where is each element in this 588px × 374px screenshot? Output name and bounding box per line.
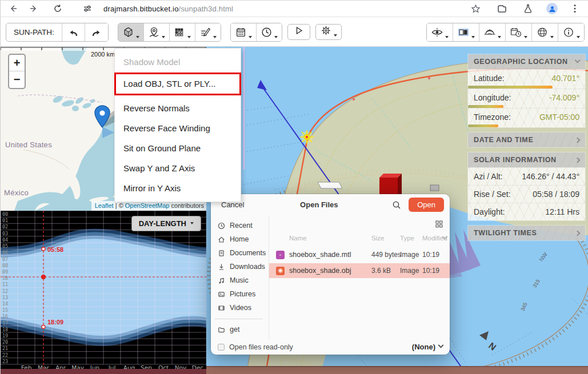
svg-text:14: 14 (2, 301, 8, 307)
search-icon[interactable] (389, 200, 404, 210)
latitude-label: Latitude: (474, 74, 505, 83)
view-button[interactable] (427, 23, 453, 41)
open-button[interactable]: Open (409, 198, 444, 212)
date-time-button[interactable] (506, 23, 532, 41)
forward-icon[interactable] (26, 2, 42, 15)
osm-link[interactable]: OpenStreetMap (125, 202, 170, 209)
labs-flask-icon[interactable] (520, 2, 536, 15)
map-scale-label: 2000 km (91, 51, 115, 58)
globe-button[interactable] (532, 23, 558, 41)
menu-item-load-obj[interactable]: Load OBJ, STL or PLY... (115, 73, 241, 95)
sidebar-label: Documents (230, 249, 266, 257)
zoom-in-button[interactable]: + (9, 55, 25, 71)
svg-text:08: 08 (2, 263, 8, 268)
info-button[interactable] (558, 23, 584, 41)
sidebar-item-pictures[interactable]: Pictures (211, 287, 269, 301)
sidebar-label: Music (230, 276, 249, 284)
sidebar-label: Videos (230, 304, 251, 312)
sidebar-item-get[interactable]: get (211, 323, 269, 336)
grid-options-button[interactable] (170, 23, 195, 41)
dropdown-caret-icon (213, 36, 217, 38)
browser-menu-icon[interactable] (567, 2, 583, 15)
column-size[interactable]: Size (371, 235, 384, 242)
clock-button[interactable] (257, 23, 282, 41)
ground-edge (206, 367, 588, 374)
panel-title: SOLAR INFORMATION (474, 156, 557, 164)
sidebar-item-downloads[interactable]: Downloads (211, 260, 269, 274)
selected-time-dot[interactable] (41, 275, 46, 279)
chevron-right-icon (575, 137, 581, 143)
geographic-location-header[interactable]: GEOGRAPHIC LOCATION (468, 54, 585, 69)
white-box-model (318, 182, 342, 188)
read-only-checkbox[interactable] (218, 344, 225, 351)
undo-button[interactable] (62, 23, 85, 41)
menu-item-mirror-y-axis[interactable]: Mirror in Y Axis (115, 178, 241, 198)
annotate-button[interactable] (195, 23, 221, 41)
svg-text:15: 15 (2, 307, 8, 313)
chevron-down-icon (575, 57, 581, 63)
geographic-location-panel: GEOGRAPHIC LOCATION Latitude: 40.701° Lo… (468, 54, 585, 127)
menu-item-reverse-face-winding[interactable]: Reverse Face Winding (115, 118, 241, 138)
menu-header: Shadow Model (115, 51, 241, 73)
redo-button[interactable] (85, 23, 108, 41)
svg-text:23: 23 (2, 359, 8, 364)
svg-text:03: 03 (2, 231, 8, 236)
rise-set-label: Rise / Set: (474, 190, 511, 199)
bookmark-star-icon[interactable] (467, 2, 483, 15)
menu-item-sit-on-ground-plane[interactable]: Sit on Ground Plane (115, 138, 241, 158)
file-type: Image (400, 251, 419, 259)
settings-button[interactable] (315, 24, 342, 40)
reload-icon[interactable] (50, 2, 66, 15)
address-bar[interactable]: drajmarsh.bitbucket.io/sunpath3d.html (103, 5, 233, 13)
file-row-obj-selected[interactable]: ✳ shoebox_shade.obj 3.6 kB Image 10:19 (269, 263, 450, 278)
calendar-button[interactable] (231, 23, 257, 41)
date-time-panel: DATE AND TIME (468, 132, 585, 147)
menu-item-reverse-normals[interactable]: Reverse Normals (115, 98, 241, 118)
solar-information-header[interactable]: SOLAR INFORMATION (468, 152, 585, 167)
leaflet-link[interactable]: Leaflet (95, 202, 114, 209)
sidebar-item-home[interactable]: Home (211, 232, 269, 246)
sidebar-item-recent[interactable]: Recent (211, 219, 269, 232)
attribution-separator: | © (114, 202, 125, 209)
file-filter-dropdown[interactable]: (None) (412, 343, 443, 351)
display-panels-button[interactable] (453, 23, 479, 41)
svg-text:20: 20 (2, 339, 8, 345)
date-time-header[interactable]: DATE AND TIME (468, 132, 585, 147)
sidebar-item-music[interactable]: Music (211, 274, 269, 287)
column-name[interactable]: Name (289, 235, 307, 242)
dropdown-caret-icon (274, 36, 278, 38)
sidebar-item-videos[interactable]: Videos (211, 301, 269, 315)
map-label-us: United States (5, 140, 52, 149)
svg-text:11: 11 (2, 281, 8, 287)
dropdown-caret-icon (524, 36, 527, 38)
file-modified: 10:19 (422, 267, 439, 275)
sunrise-marker (42, 247, 45, 251)
column-type[interactable]: Type (400, 235, 414, 242)
timezone-slider[interactable] (468, 124, 498, 127)
zoom-out-button[interactable]: − (9, 71, 25, 88)
tab-search-icon[interactable] (494, 2, 510, 15)
profile-avatar[interactable] (546, 3, 558, 14)
grid-view-toggle-icon[interactable] (435, 220, 443, 230)
day-length-dropdown-button[interactable]: DAY-LENGTH (131, 216, 201, 231)
play-animation-button[interactable] (287, 24, 310, 40)
file-row-mtl[interactable]: ◦ shoebox_shade.mtl 449 bytes Image 10:1… (269, 247, 450, 262)
north-arrow-icon (479, 331, 489, 340)
svg-text:16: 16 (2, 313, 8, 319)
location-button[interactable] (144, 23, 170, 41)
dropdown-caret-icon (550, 36, 554, 38)
dropdown-caret-icon (498, 36, 501, 38)
menu-item-swap-y-z-axis[interactable]: Swap Y and Z Axis (115, 158, 241, 178)
timezone-row: Timezone: GMT-05:00 (468, 108, 585, 127)
sky-dome-button[interactable] (479, 23, 506, 41)
shadow-model-button[interactable] (118, 23, 144, 41)
chart-bottom-strip (1, 369, 206, 374)
azi-alt-value: 146.26° / 44.43° (522, 172, 579, 181)
sidebar-item-documents[interactable]: Documents (211, 246, 269, 260)
site-settings-icon[interactable] (79, 2, 95, 15)
back-icon[interactable] (5, 2, 21, 15)
day-length-chart[interactable]: 0001020304050607080910111213141516171819… (1, 211, 206, 374)
svg-text:04: 04 (2, 237, 8, 243)
sun-marker[interactable] (300, 130, 314, 144)
twilight-times-header[interactable]: TWILIGHT TIMES (468, 226, 585, 240)
